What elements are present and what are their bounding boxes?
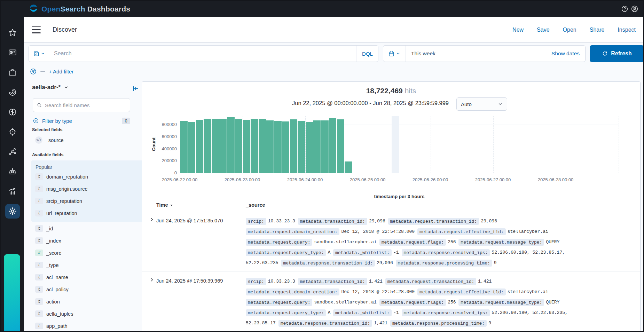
histogram-bar[interactable] (282, 121, 289, 173)
brand-teal-bar[interactable] (4, 254, 20, 332)
field-name: url_reputation (46, 211, 77, 216)
field-type-badge: t (35, 198, 43, 204)
field-name: acl_policy (46, 287, 69, 292)
field-value: A (328, 310, 330, 315)
nav-assistant[interactable] (1, 161, 24, 181)
source-field: metadata.request.message_type:QUERY (458, 239, 559, 245)
query-language-button[interactable]: DQL (356, 46, 378, 62)
field-key-badge: metadata.response.processing_time: (390, 320, 487, 327)
histogram-bar[interactable] (180, 121, 188, 173)
nav-threat-hunting[interactable] (1, 122, 24, 142)
help-icon[interactable] (621, 5, 628, 13)
field-value: Dec 12, 2018 @ 22:54:28.000 (341, 289, 415, 294)
search-input[interactable] (49, 46, 356, 62)
nav-machine-learning[interactable] (1, 102, 24, 122)
y-axis-label: 800000 (155, 122, 177, 127)
menu-link-save[interactable]: Save (537, 27, 549, 33)
histogram-bar[interactable] (235, 119, 242, 173)
calendar-menu-button[interactable] (383, 46, 406, 62)
histogram-bar[interactable] (321, 120, 329, 173)
field-item-_type[interactable]: t_type (31, 259, 145, 271)
histogram-bar[interactable] (329, 118, 336, 173)
field-item-domain_reputation[interactable]: tdomain_reputation (31, 171, 145, 183)
field-item-acl_policy[interactable]: tacl_policy (31, 283, 145, 295)
histogram-bar[interactable] (204, 119, 211, 173)
field-item-action[interactable]: taction (31, 295, 145, 308)
histogram-bar[interactable] (227, 117, 235, 173)
chevron-right-icon (149, 277, 154, 282)
menu-link-share[interactable]: Share (590, 27, 605, 33)
field-item-url_reputation[interactable]: turl_reputation (31, 207, 145, 219)
doc-source: srcip:10.33.23.3 metadata.transaction_id… (246, 276, 594, 329)
histogram-bar[interactable] (337, 119, 344, 173)
chevron-right-icon (149, 217, 154, 222)
histogram-bar[interactable] (290, 119, 297, 173)
expand-doc-button[interactable] (147, 216, 156, 223)
crosshair-icon (5, 125, 20, 139)
y-axis-label: 400000 (155, 146, 177, 151)
histogram-bar[interactable] (266, 120, 274, 173)
field-item-_score[interactable]: #_score (31, 247, 145, 259)
interval-select[interactable]: Auto (456, 97, 507, 111)
star-icon (5, 25, 20, 40)
field-item-_index[interactable]: t_index (31, 235, 145, 247)
histogram-chart[interactable] (180, 116, 619, 173)
histogram-bar[interactable] (188, 122, 195, 173)
nav-reports[interactable] (1, 181, 24, 201)
histogram-bar[interactable] (274, 121, 282, 173)
nav-cases[interactable] (1, 62, 24, 82)
histogram-bar[interactable] (259, 119, 266, 173)
histogram-bar[interactable] (243, 120, 250, 173)
field-item-_source[interactable]: </>_source (31, 134, 145, 146)
field-item-aella_tuples[interactable]: taella_tuples (31, 308, 145, 320)
nav-dashboards[interactable] (1, 42, 24, 62)
histogram-bar[interactable] (298, 121, 305, 173)
opensearch-logo[interactable]: OpenSearchDashboards (29, 3, 130, 14)
field-value: 29,096 (377, 260, 393, 266)
time-column-header[interactable]: Time (156, 202, 173, 208)
source-field: metadata.request.message_type:QUERY (458, 300, 559, 305)
nav-favorites[interactable] (1, 23, 24, 42)
filter-icon[interactable] (30, 68, 37, 75)
index-pattern-selector[interactable]: aella-adr-* (32, 84, 69, 91)
menu-toggle-icon[interactable] (32, 26, 41, 33)
refresh-button[interactable]: Refresh (590, 45, 644, 62)
field-item-srcip_reputation[interactable]: tsrcip_reputation (31, 195, 145, 207)
field-type-badge: </> (35, 136, 42, 144)
account-icon[interactable] (631, 5, 638, 13)
nav-correlations[interactable] (1, 82, 24, 102)
field-value: QUERY (546, 239, 559, 245)
field-item-app_path[interactable]: tapp_path (31, 320, 145, 332)
time-range-value[interactable]: This week (411, 50, 435, 57)
field-name: action (46, 299, 60, 305)
nav-settings[interactable] (1, 201, 24, 221)
histogram-bar[interactable] (313, 120, 321, 173)
histogram-bar[interactable] (219, 119, 227, 173)
field-key-badge: metadata.request.domain_creation: (246, 288, 339, 295)
histogram-bar[interactable] (345, 161, 352, 173)
histogram-bar[interactable] (196, 120, 203, 173)
saved-query-button[interactable] (29, 46, 49, 62)
menu-link-inspect[interactable]: Inspect (618, 27, 636, 33)
field-item-acl_name[interactable]: tacl_name (31, 271, 145, 283)
gridline (368, 116, 368, 173)
histogram-bar[interactable] (212, 119, 219, 173)
add-filter-button[interactable]: + Add filter (49, 69, 73, 74)
histogram-bar[interactable] (251, 119, 258, 173)
refresh-icon (602, 51, 608, 57)
highlight-band (392, 116, 400, 173)
field-search-input[interactable] (45, 102, 126, 108)
field-item-msg_origin.source[interactable]: tmsg_origin.source (31, 183, 145, 195)
field-search-box (33, 98, 130, 112)
nav-graph[interactable] (1, 142, 24, 161)
field-value: 1,421 (369, 279, 383, 284)
histogram-bar[interactable] (306, 122, 313, 173)
expand-doc-button[interactable] (147, 276, 156, 283)
field-item-_id[interactable]: t_id (31, 222, 145, 235)
gridline (493, 116, 494, 173)
menu-link-open[interactable]: Open (563, 27, 576, 33)
show-dates-button[interactable]: Show dates (551, 50, 580, 57)
menu-link-new[interactable]: New (512, 27, 524, 33)
filter-by-type[interactable]: Filter by type 0 (33, 116, 130, 125)
collapse-fields-panel-icon[interactable] (132, 85, 139, 93)
